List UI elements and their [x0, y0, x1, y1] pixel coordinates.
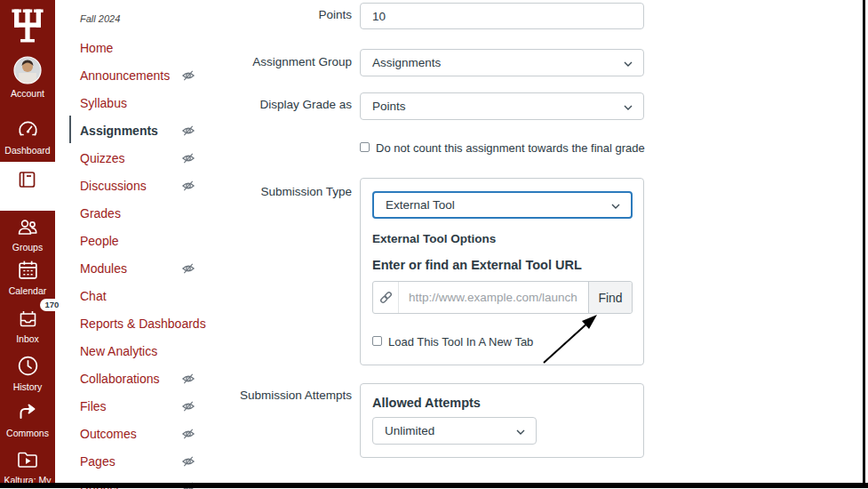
hidden-eye-icon — [181, 427, 195, 441]
chevron-down-icon — [611, 204, 620, 209]
course-nav-outcomes[interactable]: Outcomes — [80, 427, 137, 441]
course-nav-syllabus[interactable]: Syllabus — [80, 96, 127, 110]
screenshot-bottom-edge — [0, 483, 868, 488]
sidebar-item-calendar[interactable]: Calendar — [0, 258, 55, 296]
sidebar-item-label: Commons — [0, 428, 55, 438]
new-tab-checkbox-label: Load This Tool In A New Tab — [388, 335, 533, 349]
points-input[interactable] — [360, 3, 644, 29]
chevron-down-icon — [624, 105, 633, 110]
allowed-attempts-heading: Allowed Attempts — [372, 396, 481, 410]
course-nav-pages[interactable]: Pages — [80, 454, 115, 469]
points-label: Points — [210, 8, 352, 21]
assignment-group-label: Assignment Group — [210, 55, 352, 68]
sidebar-item-label: Account — [0, 88, 55, 99]
final-grade-checkbox[interactable] — [360, 142, 370, 152]
hidden-eye-icon — [181, 372, 195, 386]
hidden-eye-icon — [181, 261, 195, 276]
clock-icon — [16, 354, 40, 381]
people-icon — [15, 216, 40, 242]
hidden-eye-icon — [181, 399, 195, 413]
sidebar-item-groups[interactable]: Groups — [0, 216, 55, 253]
book-icon — [16, 168, 39, 195]
hidden-eye-icon — [181, 124, 195, 138]
course-nav-collaborations[interactable]: Collaborations — [80, 372, 160, 386]
sidebar-item-inbox[interactable]: 170 Inbox — [0, 307, 55, 344]
assignment-group-value: Assignments — [361, 50, 643, 76]
course-nav-quizzes[interactable]: Quizzes — [80, 151, 125, 165]
iu-trident-icon — [8, 5, 47, 46]
sidebar-item-dashboard[interactable]: Dashboard — [0, 118, 55, 156]
course-nav-assignments[interactable]: Assignments — [80, 124, 158, 138]
sidebar-item-commons[interactable]: Commons — [0, 402, 55, 438]
link-icon — [373, 282, 399, 313]
submission-attempts-label: Submission Attempts — [210, 389, 352, 402]
chevron-down-icon — [516, 429, 525, 435]
canvas-assignment-edit-page: Account Dashboard Co — [0, 0, 868, 489]
sidebar-item-label: Calendar — [0, 285, 55, 296]
sidebar-item-label: Dashboard — [0, 145, 55, 156]
allowed-attempts-value: Unlimited — [373, 418, 536, 444]
hidden-eye-icon — [181, 68, 195, 83]
course-nav-discussions[interactable]: Discussions — [80, 179, 147, 193]
course-nav-grades[interactable]: Grades — [80, 206, 121, 220]
folder-play-icon — [15, 448, 40, 475]
course-nav-chat[interactable]: Chat — [80, 289, 107, 303]
chevron-down-icon — [624, 61, 633, 67]
active-page-indicator — [69, 116, 71, 143]
share-arrow-icon — [16, 402, 40, 428]
external-tool-url-heading: Enter or find an External Tool URL — [372, 258, 582, 272]
global-nav-sidebar: Account Dashboard Co — [0, 0, 55, 483]
screenshot-right-edge — [863, 0, 865, 483]
sidebar-item-label: Groups — [0, 242, 55, 253]
sidebar-item-label: Courses — [0, 195, 55, 205]
hidden-eye-icon — [181, 454, 195, 469]
inbox-unread-badge: 170 — [40, 299, 65, 311]
display-grade-value: Points — [361, 93, 643, 119]
course-nav-people[interactable]: People — [80, 234, 119, 248]
course-nav-home[interactable]: Home — [80, 41, 113, 55]
gauge-icon — [16, 118, 40, 145]
submission-type-value: External Tool — [374, 193, 631, 217]
sidebar-item-account[interactable]: Account — [0, 56, 55, 99]
calendar-icon — [16, 258, 40, 285]
iu-logo[interactable] — [0, 5, 55, 50]
course-nav-files[interactable]: Files — [80, 399, 107, 413]
external-tool-options-heading: External Tool Options — [372, 232, 496, 245]
course-term: Fall 2024 — [80, 13, 120, 24]
sidebar-item-kaltura[interactable]: Kaltura: My — [0, 448, 55, 485]
sidebar-item-courses[interactable]: Courses — [0, 168, 55, 205]
final-grade-checkbox-label: Do not count this assignment towards the… — [376, 141, 645, 155]
avatar — [13, 56, 42, 88]
hidden-eye-icon — [181, 151, 195, 165]
sidebar-item-history[interactable]: History — [0, 354, 55, 392]
allowed-attempts-select[interactable]: Unlimited — [372, 417, 537, 445]
course-nav-modules[interactable]: Modules — [80, 261, 127, 276]
inbox-icon: 170 — [16, 307, 40, 333]
course-nav-announcements[interactable]: Announcements — [80, 68, 170, 83]
annotation-arrow — [531, 306, 611, 368]
sidebar-item-label: Inbox — [0, 333, 55, 344]
submission-type-select[interactable]: External Tool — [372, 191, 633, 219]
display-grade-select[interactable]: Points — [360, 92, 644, 120]
course-nav-new-analytics[interactable]: New Analytics — [80, 344, 157, 358]
sidebar-item-label: History — [0, 381, 55, 392]
hidden-eye-icon — [181, 179, 195, 193]
course-nav-reports[interactable]: Reports & Dashboards — [80, 317, 206, 331]
assignment-group-select[interactable]: Assignments — [360, 49, 644, 76]
display-grade-label: Display Grade as — [210, 98, 352, 111]
new-tab-checkbox[interactable] — [372, 336, 382, 346]
submission-type-label: Submission Type — [210, 185, 352, 198]
